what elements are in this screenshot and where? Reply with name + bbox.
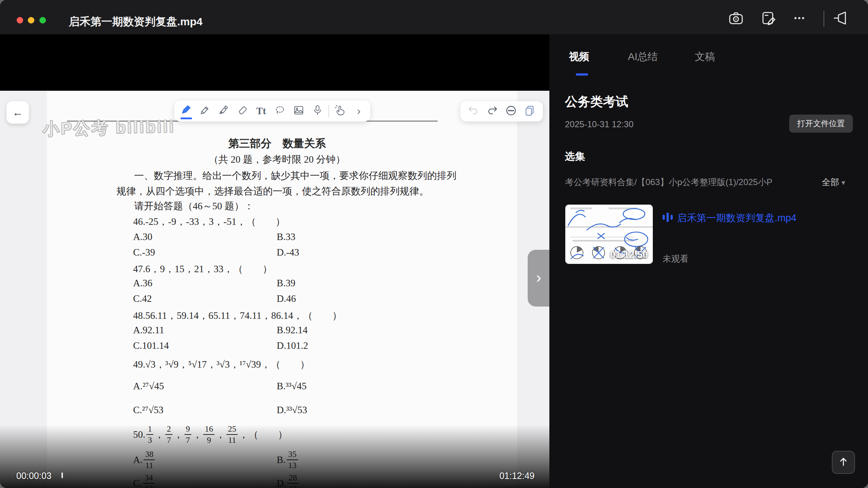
doc-q46-option-a: A.30 <box>133 231 152 243</box>
mic-tool-button[interactable] <box>308 101 327 121</box>
doc-meta: （共 20 题，参考时限 20 分钟） <box>116 153 438 166</box>
now-playing-equalizer-icon <box>663 213 673 222</box>
ellipsis-icon <box>791 10 808 28</box>
text-tool-icon: Tt <box>256 106 266 117</box>
arrow-up-icon <box>837 455 850 470</box>
doc-q47-option-b: B.39 <box>277 278 295 289</box>
video-player[interactable]: 小P公考 bilibili 第三部分 数量关系 （共 20 题，参考时限 20 … <box>0 34 549 488</box>
doc-q49-option-a: A.²⁷√45 <box>133 381 164 392</box>
progress-playhead[interactable] <box>61 472 63 478</box>
doc-q49-stem: 49.√3，³√9，⁵√17，³√3，¹⁷√39，（ ） <box>133 358 310 371</box>
episode-title-link[interactable]: 启禾第一期数资判复盘.mp4 <box>677 211 796 224</box>
highlighter-tool-button[interactable] <box>214 101 233 121</box>
highlighter-icon <box>217 104 230 118</box>
pin-panel-button[interactable] <box>832 10 850 27</box>
pin-icon <box>833 10 849 28</box>
doc-q49-option-c: C.²⁷√53 <box>133 404 163 416</box>
circle-ellipsis-icon <box>504 104 518 119</box>
doc-q48-option-d: D.101.2 <box>277 340 308 351</box>
doc-start-line: 请开始答题（46～50 题）： <box>134 200 254 213</box>
lasso-tool-button[interactable] <box>271 101 289 121</box>
close-traffic-light[interactable] <box>17 17 23 23</box>
doc-q48-option-a: A.92.11 <box>133 325 164 336</box>
pencil-tool-button[interactable] <box>195 101 214 121</box>
doc-q46-stem: 46.-25，-9，-33，3，-51，（ ） <box>133 215 285 228</box>
video-back-button[interactable]: ← <box>7 101 29 124</box>
doc-q47-option-a: A.36 <box>133 278 152 289</box>
current-time: 00:00:03 <box>16 471 51 481</box>
open-file-location-button[interactable]: 打开文件位置 <box>789 115 853 133</box>
doc-q48-option-c: C.101.14 <box>133 340 169 351</box>
doc-q47-option-d: D.46 <box>277 293 296 304</box>
titlebar: 启禾第一期数资判复盘.mp4 <box>0 0 868 34</box>
filter-all-dropdown[interactable]: 全部 ▾ <box>822 176 845 188</box>
annotation-toolbar: Tt <box>174 100 370 121</box>
more-options-button[interactable] <box>791 10 808 27</box>
undo-icon <box>467 104 480 119</box>
doc-q49-option-b: B.³³√45 <box>277 381 307 392</box>
screenshot-camera-button[interactable] <box>727 10 745 27</box>
copy-page-button[interactable] <box>520 101 539 121</box>
back-arrow-icon: ← <box>12 106 23 119</box>
microphone-icon <box>311 104 324 118</box>
history-toolbar <box>460 101 543 121</box>
minimize-traffic-light[interactable] <box>28 17 34 23</box>
chevron-right-icon: › <box>536 270 541 285</box>
lasso-icon <box>274 104 286 118</box>
zoom-traffic-light[interactable] <box>39 17 46 23</box>
tab-ai-summary[interactable]: AI总结 <box>628 50 658 64</box>
scroll-to-top-button[interactable] <box>832 451 855 474</box>
doc-q46-option-c: C.-39 <box>133 247 155 258</box>
toolbar-divider <box>328 105 329 117</box>
app-window: 启禾第一期数资判复盘.mp4 小P公考 bilibili <box>0 0 868 488</box>
pencil-icon <box>199 104 211 118</box>
note-pencil-icon <box>760 10 777 28</box>
copy-icon <box>523 104 536 119</box>
pen-tool-button[interactable] <box>176 101 195 121</box>
hand-pointer-tool-button[interactable] <box>331 101 349 121</box>
episode-duration-badge: 01:12:50 <box>610 249 648 260</box>
image-icon <box>293 104 305 118</box>
eraser-icon <box>236 104 248 118</box>
pen-active-underline <box>180 117 192 119</box>
chevron-down-icon: ▾ <box>842 179 845 187</box>
pen-icon <box>180 104 192 118</box>
tab-transcript[interactable]: 文稿 <box>695 50 715 64</box>
toolbar-expand-button[interactable]: › <box>349 101 368 121</box>
doc-q49-option-d: D.³³√53 <box>277 404 307 416</box>
doc-q46-option-b: B.33 <box>277 231 295 243</box>
doc-intro-line2: 规律，从四个选项中，选择最合适的一项，使之符合原数列的排列规律。 <box>116 185 429 198</box>
episode-watch-status: 未观看 <box>663 253 689 265</box>
doc-section-title: 第三部分 数量关系 <box>116 136 438 151</box>
titlebar-divider <box>824 11 824 27</box>
notes-edit-button[interactable] <box>760 10 777 27</box>
doc-intro-line1: 一、数字推理。给出一个数列，缺少其中一项，要求你仔细观察数列的排列 <box>134 169 456 182</box>
doc-q46-option-d: D.-43 <box>277 247 299 258</box>
tab-video[interactable]: 视频 <box>569 50 589 64</box>
redo-button[interactable] <box>483 101 502 121</box>
more-tools-button[interactable] <box>502 101 520 121</box>
hand-pointer-icon <box>334 104 346 118</box>
doc-q47-stem: 47.6，9，15，21，33，（ ） <box>133 262 272 275</box>
episodes-path: 考公考研资料合集/【063】小p公考整理版(1)/2025小P <box>565 176 816 188</box>
doc-q48-stem: 48.56.11，59.14，65.11，74.11，86.14，（ ） <box>133 309 342 322</box>
doc-q47-option-c: C.42 <box>133 293 152 304</box>
active-tab-underline <box>576 73 588 76</box>
file-date: 2025-10-31 12:30 <box>565 119 634 129</box>
total-time: 01:12:49 <box>495 471 535 481</box>
text-tool-button[interactable]: Tt <box>252 101 271 121</box>
panel-toggle-flap[interactable]: › <box>528 250 550 307</box>
course-title: 公务类考试 <box>565 93 628 110</box>
episodes-heading: 选集 <box>565 150 585 163</box>
undo-button[interactable] <box>464 101 483 121</box>
window-title: 启禾第一期数资判复盘.mp4 <box>69 14 203 29</box>
video-bottom-gradient <box>0 425 549 488</box>
doc-q48-option-b: B.92.14 <box>277 325 308 336</box>
image-tool-button[interactable] <box>289 101 308 121</box>
redo-icon <box>486 104 499 119</box>
chevron-right-icon: › <box>357 105 361 117</box>
camera-icon <box>728 10 744 28</box>
eraser-tool-button[interactable] <box>233 101 252 121</box>
episode-thumbnail[interactable]: 01:12:50 <box>565 205 653 264</box>
